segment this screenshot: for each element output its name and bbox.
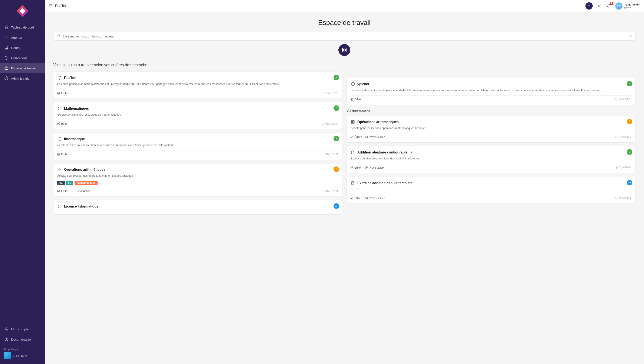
results-grid: ✓ PLaTon Le cercle principal de notre pl… (53, 72, 635, 218)
add-button[interactable]: + (585, 2, 593, 10)
book-icon (4, 46, 9, 50)
sidebar-item-tableau[interactable]: Tableau de bord (0, 22, 45, 32)
card-mathematiques: ✓ Mathématiques Cercles principal des re… (53, 102, 342, 130)
svg-point-48 (351, 82, 355, 86)
edit-button-platon[interactable]: Éditer (57, 92, 68, 95)
card-desc-exercice: DDDD (351, 187, 631, 191)
svg-line-20 (598, 7, 598, 7)
svg-line-23 (59, 36, 60, 37)
card-desc-ypicker: Bienvenue dans votre cercle personnel dé… (351, 88, 631, 92)
app-logo[interactable] (17, 5, 28, 17)
sidebar-label-cours: Cours (11, 46, 20, 50)
svg-rect-41 (60, 168, 61, 169)
sidebar-item-agenda[interactable]: Agenda (0, 32, 45, 42)
card-recent-operations: ? Opérations arithmétiques Activité pour… (346, 116, 635, 143)
badge-addition-aleatoire: ✓ (627, 149, 632, 155)
svg-point-44 (72, 190, 74, 192)
gear-icon-addition: ⚙ (410, 151, 413, 154)
svg-point-54 (365, 136, 368, 138)
svg-point-10 (6, 328, 7, 329)
hamburger-button[interactable]: ☰ (49, 4, 52, 8)
sidebar-item-documentation[interactable]: Documentation (0, 334, 45, 344)
svg-rect-51 (353, 120, 354, 122)
date-mathematiques: 01/01/2024 (322, 122, 338, 125)
badge-recent-operations: ? (627, 119, 632, 124)
preview-button-recent-op[interactable]: Prévisualiser (365, 136, 385, 138)
theme-toggle-button[interactable] (596, 2, 602, 9)
recently-label: Vu récemment (346, 109, 635, 113)
notifications-button[interactable]: 4 (605, 2, 612, 9)
sidebar-label-agenda: Agenda (11, 36, 22, 40)
sidebar-footer: Propulsé par C CISSTECH (0, 344, 45, 362)
filter-icon[interactable] (628, 34, 632, 38)
sidebar: Tableau de bord Agenda Cours Corrections… (0, 0, 45, 364)
cisstech-logo: C (4, 352, 11, 359)
badge-mathematiques: ✓ (333, 105, 339, 111)
svg-point-60 (365, 197, 368, 199)
card-ypicker: ✓ ypicker Bienvenue dans votre cercle pe… (346, 78, 635, 105)
powered-by-label: Propulsé par (4, 348, 41, 351)
edit-button-operations[interactable]: Éditer (57, 190, 68, 193)
circle-icon-math (57, 106, 62, 111)
sidebar-item-mon-compte[interactable]: Mon compte (0, 324, 45, 334)
sidebar-label-espace: Espace de travail (11, 66, 36, 70)
briefcase-icon (4, 66, 9, 70)
page-title: Espace de travail (53, 19, 635, 26)
preview-button-operations[interactable]: Prévisualiser (72, 190, 91, 193)
edit-button-exercice[interactable]: Éditer (351, 196, 362, 200)
help-icon (4, 337, 9, 342)
badge-licence-info: ✏ (333, 203, 339, 209)
card-informatique: ✓ Informatique Cercle de base pour la cr… (53, 132, 342, 160)
doc-icon-addition (351, 150, 355, 155)
search-action-button[interactable] (338, 44, 350, 56)
card-platon: ✓ PLaTon Le cercle principal de notre pl… (53, 72, 342, 99)
badge-exercice-template: ✏ (627, 180, 632, 186)
card-desc-operations: Activité pour réaliser des opérations ma… (57, 174, 338, 178)
main-area: ☰ PLaTon + 4 YP Yank Picker ypicker (45, 0, 644, 364)
card-title-ypicker: ypicker (357, 82, 369, 86)
svg-point-57 (365, 166, 368, 169)
svg-rect-52 (351, 122, 352, 123)
sidebar-item-corrections[interactable]: Corrections (0, 53, 45, 63)
grid-small-icon (57, 167, 62, 172)
card-title-recent-operations: Opérations arithmétiques (357, 120, 399, 124)
svg-marker-61 (366, 198, 367, 198)
card-operations: ? Opérations arithmétiques Activité pour… (53, 163, 342, 197)
sidebar-item-cours[interactable]: Cours (0, 42, 45, 53)
svg-point-13 (598, 5, 600, 6)
date-ypicker: 22/08/2023 (615, 98, 631, 101)
left-column: ✓ PLaTon Le cercle principal de notre pl… (53, 72, 342, 218)
card-title-addition: Addition aléatoire configurable (357, 150, 408, 154)
tag-mathematiques: Mathématiques (75, 181, 97, 185)
edit-button-addition[interactable]: Éditer (351, 166, 362, 169)
card-title-platon: PLaTon (64, 76, 76, 80)
circle-icon (57, 76, 62, 80)
sidebar-item-administration[interactable]: Administration (0, 73, 45, 84)
card-title-exercice: Exercice addition depuis template (357, 181, 412, 185)
grid-icon-recent-op (351, 120, 355, 124)
edit-button-informatique[interactable]: Éditer (57, 152, 68, 156)
svg-rect-53 (353, 122, 354, 123)
svg-line-16 (598, 4, 598, 5)
topbar-title: PLaTon (55, 4, 67, 8)
edit-button-ypicker[interactable]: Éditer (351, 98, 362, 101)
calendar-icon (4, 35, 9, 40)
card-desc-addition: Exercice configurable pour faire des add… (351, 156, 631, 161)
circle-icon-licence (57, 204, 62, 209)
preview-button-addition[interactable]: Prévisualiser (365, 166, 385, 169)
edit-button-recent-op[interactable]: Éditer (351, 136, 362, 138)
svg-rect-4 (5, 36, 8, 39)
sidebar-item-espace[interactable]: Espace de travail (0, 63, 45, 73)
date-exercice: 11/01/2024 (615, 197, 631, 200)
search-icon (57, 34, 60, 38)
circle-icon-ypicker (351, 82, 355, 86)
preview-button-exercice[interactable]: Prévisualiser (365, 196, 385, 200)
svg-rect-43 (60, 170, 61, 171)
dot-menu[interactable]: ... (346, 72, 635, 76)
search-input[interactable] (62, 34, 626, 38)
sidebar-label-administration: Administration (11, 77, 31, 80)
user-profile[interactable]: YP Yank Picker ypicker (615, 2, 640, 10)
edit-button-mathematiques[interactable]: Éditer (57, 122, 68, 125)
svg-rect-30 (342, 48, 344, 50)
sidebar-label-mon-compte: Mon compte (11, 328, 29, 331)
